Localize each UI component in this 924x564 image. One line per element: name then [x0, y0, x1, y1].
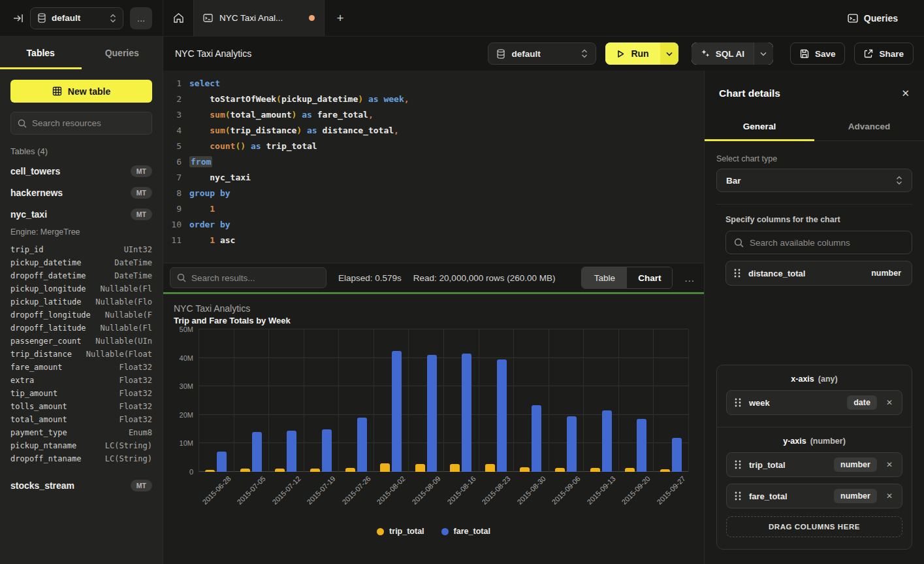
column-type: Nullable(Float [86, 350, 152, 359]
y-tick-label: 0 [189, 468, 193, 476]
bar-fare_total[interactable] [672, 438, 682, 472]
search-columns-input[interactable] [750, 238, 904, 248]
x-tick-label: 2015-09-27 [656, 474, 687, 506]
column-type: Float32 [119, 363, 152, 372]
table-name: nyc_taxi [10, 209, 47, 220]
axis-config: x-axis(any) weekdate✕ y-axis(number) tri… [716, 365, 912, 550]
queries-label: Queries [864, 13, 898, 24]
collapse-sidebar-button[interactable] [13, 13, 24, 24]
table-name: stocks_stream [10, 480, 74, 491]
column-row: trip_distanceNullable(Float [10, 348, 152, 361]
sql-ai-button[interactable]: SQL AI [692, 42, 773, 65]
drag-handle-icon[interactable] [734, 268, 741, 278]
view-table-button[interactable]: Table [582, 267, 627, 288]
column-chip-fare_total[interactable]: fare_totalnumber✕ [726, 484, 902, 508]
results-more-button[interactable]: ... [684, 273, 695, 284]
chart-title: NYC Taxi Analytics [174, 302, 693, 315]
tab-strip: NYC Taxi Anal... + [163, 0, 848, 36]
more-button[interactable]: ... [130, 7, 152, 29]
share-button[interactable]: Share [854, 42, 914, 65]
column-chip-week[interactable]: weekdate✕ [726, 390, 902, 415]
column-row: fare_amountFloat32 [10, 361, 152, 374]
column-chip-distance_total[interactable]: distance_totalnumber [725, 261, 912, 286]
bar-fare_total[interactable] [602, 410, 612, 472]
table-item-stocks_stream[interactable]: stocks_streamMT [10, 474, 152, 496]
save-button[interactable]: Save [790, 42, 846, 65]
bar-fare_total[interactable] [322, 429, 332, 472]
remove-chip-button[interactable]: ✕ [885, 460, 894, 469]
tab-nyc-taxi-analytics[interactable]: NYC Taxi Anal... [193, 0, 325, 36]
column-name: dropoff_latitude [10, 323, 86, 333]
code-line: 1 [189, 201, 704, 217]
search-results-input[interactable] [191, 273, 319, 283]
drag-handle-icon[interactable] [735, 491, 741, 501]
new-table-button[interactable]: New table [10, 80, 152, 103]
drag-handle-icon[interactable] [735, 397, 741, 408]
bar-fare_total[interactable] [462, 354, 471, 472]
column-name: total_amount [10, 415, 67, 424]
chip-type-badge: date [847, 395, 877, 410]
bar-trip_total[interactable] [485, 464, 495, 472]
view-toggle: Table Chart [581, 267, 673, 289]
run-button[interactable]: Run [605, 42, 678, 65]
sql-editor[interactable]: 1234567891011 selecttoStartOfWeek(pickup… [163, 71, 704, 263]
chevron-updown-icon [581, 49, 588, 58]
line-number: 7 [163, 170, 182, 186]
remove-chip-button[interactable]: ✕ [885, 398, 894, 407]
column-row: pickup_latitudeNullable(Flo [10, 295, 152, 308]
bar-trip_total[interactable] [450, 464, 460, 472]
chevron-updown-icon [110, 14, 116, 23]
x-tick-label: 2015-08-16 [445, 474, 477, 506]
column-row: tolls_amountFloat32 [10, 400, 152, 413]
bar-fare_total[interactable] [532, 405, 541, 472]
sidebar-tab-queries[interactable]: Queries [82, 37, 163, 69]
home-button[interactable] [163, 0, 193, 36]
drag-handle-icon[interactable] [735, 459, 741, 470]
search-resources-input[interactable] [32, 118, 145, 128]
bar-fare_total[interactable] [217, 452, 227, 472]
column-chip-trip_total[interactable]: trip_totalnumber✕ [726, 452, 902, 477]
tab-general[interactable]: General [705, 112, 814, 141]
view-chart-button[interactable]: Chart [627, 267, 672, 288]
run-options-chevron[interactable] [660, 42, 678, 65]
bar-trip_total[interactable] [520, 467, 530, 472]
editor-code[interactable]: selecttoStartOfWeek(pickup_datetime) as … [189, 76, 704, 263]
toolbar-database-selector[interactable]: default [488, 42, 596, 65]
sidebar-tab-tables[interactable]: Tables [0, 37, 82, 69]
y-tick-label: 40M [180, 354, 193, 362]
bar-fare_total[interactable] [252, 432, 262, 472]
sql-ai-chevron[interactable] [754, 42, 773, 65]
close-button[interactable]: ✕ [901, 88, 910, 99]
database-icon [496, 49, 505, 59]
bar-fare_total[interactable] [497, 359, 507, 472]
bar-fare_total[interactable] [567, 416, 577, 472]
bar-group [654, 329, 689, 472]
bar-fare_total[interactable] [637, 419, 646, 472]
remove-chip-button[interactable]: ✕ [885, 491, 894, 501]
bar-fare_total[interactable] [427, 355, 437, 472]
database-selector[interactable]: default [30, 7, 123, 29]
y-tick-label: 10M [180, 439, 193, 447]
search-icon [177, 273, 186, 282]
bar-trip_total[interactable] [380, 463, 390, 472]
queries-link[interactable]: Queries [848, 13, 898, 24]
home-icon [173, 12, 184, 24]
bar-fare_total[interactable] [287, 431, 296, 472]
new-table-label: New table [68, 86, 110, 97]
new-tab-button[interactable]: + [325, 0, 356, 36]
table-item-cell_towers[interactable]: cell_towersMT [10, 160, 152, 182]
column-type: Float32 [119, 389, 152, 398]
chart-details-panel: Chart details ✕ General Advanced Select … [704, 71, 924, 564]
bar-fare_total[interactable] [357, 418, 367, 472]
chart-type-select[interactable]: Bar [716, 169, 912, 192]
table-item-nyc_taxi[interactable]: nyc_taxiMT [10, 203, 152, 225]
topbar-right: Queries [848, 0, 924, 36]
tab-advanced[interactable]: Advanced [814, 112, 924, 141]
bar-trip_total[interactable] [415, 464, 425, 472]
drop-zone[interactable]: DRAG COLUMNS HERE [726, 516, 902, 537]
query-toolbar: NYC Taxi Analytics default Ru [163, 37, 924, 71]
y-tick-label: 50M [180, 325, 193, 333]
table-item-hackernews[interactable]: hackernewsMT [10, 182, 152, 203]
column-type: LC(String) [105, 454, 152, 463]
bar-fare_total[interactable] [392, 351, 402, 472]
